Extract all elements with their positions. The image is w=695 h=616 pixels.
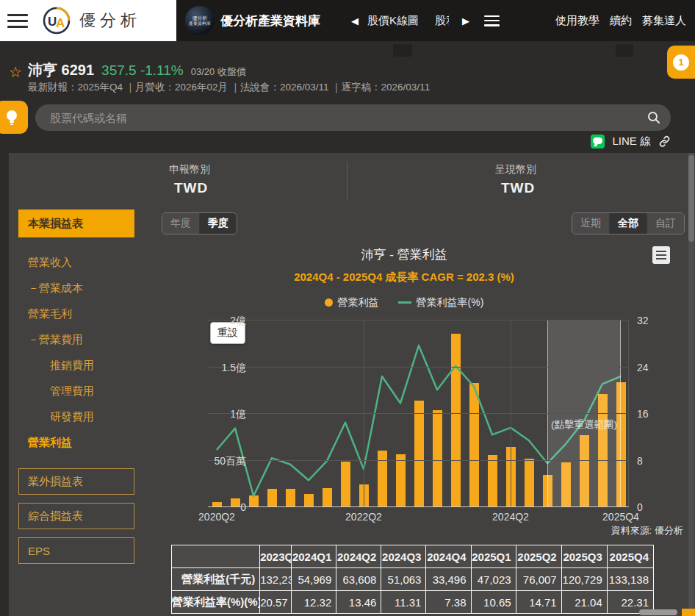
nav-dropdown-stub: [616, 44, 633, 57]
stock-title-row: 沛亨 6291 357.5 -1.11% 03/20 收盤價: [28, 60, 246, 80]
gridline: [364, 320, 364, 506]
sidebar-item-－營業費用[interactable]: －營業費用: [18, 327, 134, 353]
table-cell: 54,969: [292, 568, 336, 591]
x-tick: 2020Q2: [198, 511, 235, 523]
sidebar-menu: 本業損益表營業收入－營業成本營業毛利－營業費用推銷費用管理費用研發費用營業利益業…: [18, 209, 134, 564]
vertical-scrollbar-thumb[interactable]: [688, 155, 694, 242]
nav-scroll-left-icon[interactable]: ◀: [348, 14, 361, 28]
nav-right-links: 使用教學 續約 募集達人: [555, 14, 686, 28]
menu-icon[interactable]: [7, 14, 28, 28]
top-header: U A 優分析 優分析 產業資料庫 優分析產業資料庫 ◀ 股價K線圖 股利政策 …: [0, 0, 695, 41]
search-input[interactable]: [48, 111, 647, 125]
sidebar-item-業外損益表[interactable]: 業外損益表: [18, 468, 134, 495]
stock-name-code: 沛亨 6291: [28, 60, 94, 80]
sidebar-item-管理費用[interactable]: 管理費用: [18, 379, 134, 404]
gridline: [208, 367, 629, 368]
table-row-label: 營業利益(千元): [172, 568, 260, 591]
table-header-cell: 2024Q3: [381, 545, 426, 568]
sidebar-item-本業損益表[interactable]: 本業損益表: [18, 209, 134, 237]
favorite-star-icon[interactable]: ☆: [9, 63, 22, 81]
nav-menu-icon[interactable]: [484, 15, 500, 26]
nav-dropdown-stub: [393, 44, 412, 57]
sidebar-item-推銷費用[interactable]: 推銷費用: [18, 353, 134, 379]
sidebar-item-－營業成本[interactable]: －營業成本: [18, 276, 134, 301]
chart-title: 沛亨 - 營業利益: [162, 246, 647, 263]
sidebar-item-營業收入[interactable]: 營業收入: [18, 250, 134, 276]
search-bar: [35, 104, 671, 131]
table-header-cell: 2025Q4: [607, 545, 653, 568]
table-header-cell: 2024Q1: [292, 545, 336, 568]
y-right-tick: 24: [637, 362, 649, 373]
notification-count: 1: [673, 54, 689, 71]
range-option-近期[interactable]: 近期: [572, 213, 609, 234]
legend-margin[interactable]: 營業利益率(%): [398, 296, 484, 309]
search-icon[interactable]: [647, 111, 660, 124]
chart-source: 資料來源: 優分析: [426, 524, 683, 537]
chart-plot-area: (點擊重選範圍) 重設 2億321.5億241億1650百萬8002020Q22…: [208, 320, 629, 506]
table-row: 營業利益(千元)132,23954,96963,60851,06333,4964…: [172, 568, 654, 591]
range-option-全部[interactable]: 全部: [609, 213, 647, 234]
gridline: [208, 460, 629, 461]
y-left-tick: 1億: [230, 408, 246, 421]
line-series-icon: [398, 301, 411, 304]
display-currency-value: TWD: [501, 180, 535, 196]
table-header-row: 2023Q42024Q12024Q22024Q32024Q42025Q12025…: [172, 545, 654, 568]
nav-link-tutorial[interactable]: 使用教學: [555, 14, 599, 28]
sidebar-item-營業毛利[interactable]: 營業毛利: [18, 301, 134, 327]
nav-link-renew[interactable]: 續約: [610, 14, 632, 28]
y-left-tick: 1.5億: [222, 362, 246, 375]
bar-series-icon: [325, 298, 333, 307]
lightbulb-icon[interactable]: [0, 101, 28, 134]
nav-tab-dividend[interactable]: 股利政策: [435, 14, 449, 28]
svg-text:A: A: [56, 16, 65, 30]
line-app-icon[interactable]: [591, 135, 605, 148]
period-option-季度[interactable]: 季度: [199, 213, 237, 234]
y-left-tick: 50百萬: [214, 455, 246, 468]
gridline: [511, 320, 511, 506]
stock-price-change: 357.5 -1.11%: [101, 62, 184, 79]
header-brand-area: U A 優分析: [0, 0, 176, 41]
table-row: 營業利益率(%)(%)20.5712.3213.4611.317.3810.65…: [172, 591, 654, 614]
legend-operating-profit[interactable]: 營業利益: [325, 296, 379, 309]
display-currency-label: 呈現幣別: [495, 163, 536, 176]
table-cell: 33,496: [426, 568, 471, 591]
main-content: 申報幣別 TWD 呈現幣別 TWD 本業損益表營業收入－營業成本營業毛利－營業費…: [9, 153, 695, 616]
stock-meta-line: 最新財報：2025年Q4 ｜月營收：2026年02月 ｜法說會：2026/03/…: [28, 81, 430, 94]
sidebar-item-EPS[interactable]: EPS: [18, 537, 134, 564]
period-option-年度[interactable]: 年度: [162, 213, 199, 234]
table-cell: 14.71: [516, 591, 561, 614]
stock-price-note: 03/20 收盤價: [191, 65, 246, 79]
nav-tab-kline[interactable]: 股價K線圖: [361, 14, 419, 28]
y-right-tick: 16: [637, 408, 649, 420]
table-cell: 13.46: [336, 591, 381, 614]
chart-panel: 年度季度 近期全部自訂 沛亨 - 營業利益 2024Q4 - 2025Q4 成長…: [162, 208, 689, 546]
nav-scroll-right-icon[interactable]: ▶: [459, 14, 472, 28]
header-nav: 優分析 產業資料庫 優分析產業資料庫 ◀ 股價K線圖 股利政策 ▶ 使用教學 續…: [176, 0, 695, 41]
notification-tab[interactable]: 1: [667, 46, 695, 79]
range-option-自訂[interactable]: 自訂: [647, 213, 684, 234]
data-table-wrap: 2023Q42024Q12024Q22024Q32024Q42025Q12025…: [171, 545, 654, 614]
sidebar-item-研發費用[interactable]: 研發費用: [18, 404, 134, 430]
chart-menu-icon[interactable]: [652, 246, 670, 264]
nav-link-recruit[interactable]: 募集達人: [642, 14, 686, 28]
link-icon[interactable]: [658, 135, 671, 148]
y-left-tick: 2億: [230, 315, 246, 328]
table-header-cell: 2025Q3: [561, 545, 607, 568]
table-header-cell: 2023Q4: [260, 545, 292, 568]
table-cell: 12.32: [292, 591, 336, 614]
selection-band-label: (點擊重選範圍): [548, 418, 620, 431]
brand-logo[interactable]: U A 優分析: [41, 5, 141, 36]
currency-divider: [347, 162, 348, 200]
table-header-cell: 2025Q1: [471, 545, 516, 568]
sidebar-item-營業利益[interactable]: 營業利益: [18, 430, 134, 456]
sidebar-item-綜合損益表[interactable]: 綜合損益表: [18, 503, 134, 529]
table-row-label: 營業利益率(%)(%): [172, 591, 260, 614]
x-tick: 2022Q2: [345, 511, 382, 523]
brand-name: 優分析: [79, 10, 141, 32]
horizontal-scrollbar-thumb[interactable]: [639, 609, 677, 615]
line-link-label[interactable]: LINE 線: [612, 135, 651, 148]
period-toggle: 年度季度: [162, 212, 237, 234]
report-currency-label: 申報幣別: [169, 163, 210, 176]
table-cell: 133,138: [607, 568, 653, 591]
table-cell: 20.57: [260, 591, 292, 614]
